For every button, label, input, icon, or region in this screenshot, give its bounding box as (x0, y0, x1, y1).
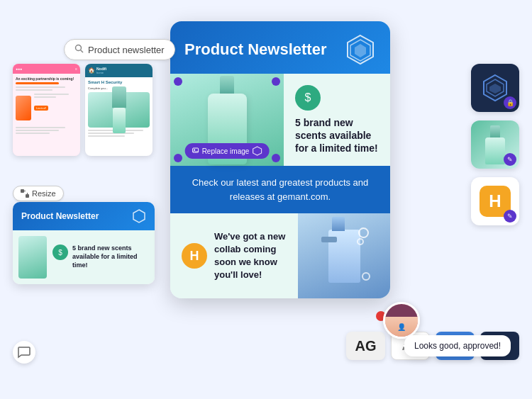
h-badge: H (182, 243, 207, 269)
approval-message: Looks good, approved! (414, 341, 501, 351)
svg-marker-12 (133, 210, 145, 223)
ag-bold-label: AG (355, 338, 377, 354)
template-card-1[interactable]: ●●●≡ An exciting partnership is coming! … (13, 64, 80, 156)
replace-image-label: Replace image (202, 147, 250, 155)
search-bar[interactable]: Product newsletter (64, 39, 175, 60)
resize-button[interactable]: Resize (13, 186, 64, 201)
tc2-body: Smart H Security Complete you... (85, 77, 153, 140)
svg-point-0 (76, 45, 82, 51)
tc2-header: 🏠 Nodifi home (85, 64, 153, 77)
avatar-hair (385, 304, 418, 317)
svg-marker-11 (253, 147, 261, 155)
main-card-header: Product Newsletter (170, 21, 390, 74)
approval-bubble: Looks good, approved! (404, 335, 511, 356)
right-icons-column: 🔒 ✎ H ✎ (471, 64, 519, 225)
edit-badge-bottle: ✎ (504, 153, 516, 166)
main-section-1: Replace image $ 5 brand new scents avail… (170, 74, 390, 166)
collab-text: We've got a new collab coming soon we kn… (214, 230, 287, 282)
mini-card-title: Product Newsletter (21, 211, 99, 221)
right-icon-bottle[interactable]: ✎ (471, 120, 519, 169)
mini-hex-icon (132, 209, 146, 223)
right-icon-h-badge[interactable]: H ✎ (471, 177, 519, 225)
tc1-body: An exciting partnership is coming! Limit… (13, 74, 80, 156)
user-avatar[interactable]: 👤 (383, 302, 420, 339)
edit-badge-h: ✎ (504, 210, 516, 223)
svg-marker-8 (355, 44, 366, 57)
svg-rect-3 (26, 194, 29, 198)
main-section-2: Check our latest and greatest products a… (170, 166, 390, 213)
collab-image-area (298, 213, 390, 298)
section1-text-area: $ 5 brand new scents available for a lim… (284, 77, 390, 164)
mini-scent-icon: $ (52, 245, 68, 260)
main-card-title: Product Newsletter (184, 40, 327, 59)
resize-label: Resize (32, 189, 56, 198)
replace-image-button[interactable]: Replace image (185, 143, 270, 159)
search-value: Product newsletter (88, 45, 165, 55)
mini-section: $ 5 brand new scents available for a lim… (13, 230, 155, 284)
main-newsletter-card: Product Newsletter Replace image $ (170, 21, 390, 298)
product-image-area: Replace image (170, 74, 284, 166)
mini-card-header: Product Newsletter (13, 202, 155, 230)
ag-bold-icon[interactable]: AG (346, 332, 385, 360)
mini-product-image (18, 236, 47, 279)
svg-line-1 (81, 50, 84, 53)
lock-badge: 🔒 (504, 96, 516, 109)
avatar-face: 👤 (385, 304, 418, 337)
mini-section-text: 5 brand new scents available for a limit… (72, 245, 149, 269)
right-icon-hex[interactable]: 🔒 (471, 64, 519, 112)
section1-text: 5 brand new scents available for a limit… (295, 116, 379, 155)
scent-icon: $ (295, 85, 321, 111)
mini-newsletter-card: Product Newsletter $ 5 brand new scents … (13, 202, 155, 284)
tc1-header: ●●●≡ (13, 64, 80, 74)
main-section-3: H We've got a new collab coming soon we … (170, 213, 390, 298)
svg-rect-2 (21, 189, 24, 193)
section2-text: Check our latest and greatest products a… (184, 176, 376, 203)
header-hex-icon (345, 34, 376, 65)
svg-marker-15 (489, 84, 501, 94)
search-icon (74, 44, 84, 55)
chat-icon[interactable] (13, 341, 35, 364)
collab-text-area: H We've got a new collab coming soon we … (170, 213, 298, 298)
template-card-2[interactable]: 🏠 Nodifi home Smart H Security Complete … (85, 64, 153, 156)
